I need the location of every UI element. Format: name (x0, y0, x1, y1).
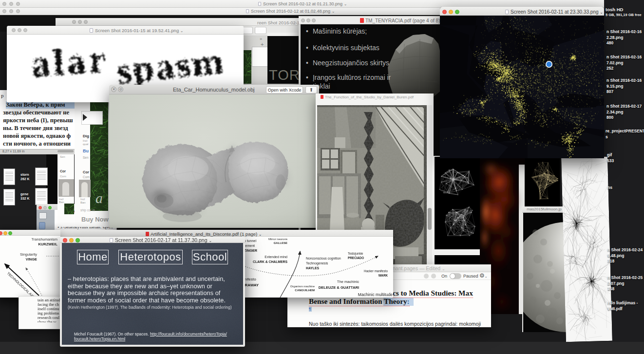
svg-text:Extended mind: Extended mind (265, 255, 287, 259)
svg-text:Hacker manifesto: Hacker manifesto (364, 269, 388, 273)
svg-text:Mirror neurons: Mirror neurons (268, 238, 287, 241)
svg-text:KURZWEIL: KURZWEIL (38, 242, 57, 246)
svg-text:PRECIADO: PRECIADO (348, 256, 364, 260)
svg-text:WARK: WARK (379, 274, 388, 277)
svg-text:CLARK & CHALMERS: CLARK & CHALMERS (253, 260, 287, 263)
svg-text:HAYLES: HAYLES (306, 266, 319, 270)
svg-text:Transhumanism: Transhumanism (32, 237, 58, 242)
svg-text:The machinic: The machinic (337, 279, 359, 284)
svg-text:CANGUILHEM: CANGUILHEM (295, 289, 315, 292)
svg-text:Nonconscious cognition: Nonconscious cognition (306, 257, 341, 261)
svg-text:ZINGER: ZINGER (244, 248, 258, 253)
svg-text:TECHNOLOGICAL AXIS: TECHNOLOGICAL AXIS (6, 272, 36, 298)
svg-text:Testojunkie: Testojunkie (348, 252, 363, 256)
svg-text:GALLESE: GALLESE (274, 242, 287, 244)
svg-text:Organism machine: Organism machine (290, 285, 315, 288)
svg-text:Technogenesis: Technogenesis (306, 261, 328, 265)
svg-text:alar: alar (29, 37, 109, 83)
svg-text:cement: cement (244, 244, 255, 247)
svg-text:Singularity: Singularity (20, 252, 37, 257)
svg-text:DELEUZE & GUATTARI: DELEUZE & GUATTARI (319, 285, 359, 290)
svg-text:VINGE: VINGE (26, 257, 37, 261)
svg-text:Machinic multitude: Machinic multitude (358, 292, 393, 297)
svg-text:o tunnel: o tunnel (244, 239, 256, 242)
svg-text:spasm: spasm (114, 38, 226, 91)
